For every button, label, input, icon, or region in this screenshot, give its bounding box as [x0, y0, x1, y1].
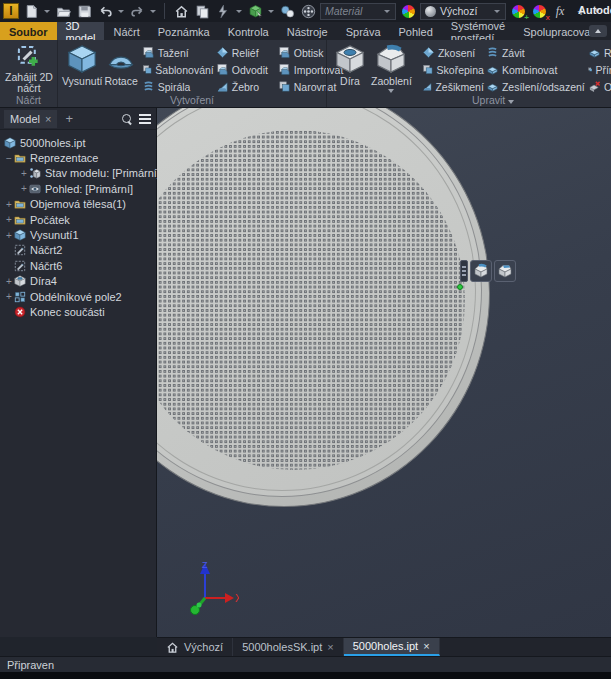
redo-icon[interactable]: [128, 2, 146, 20]
home-view-icon[interactable]: [172, 2, 190, 20]
tab-kontrola[interactable]: Kontrola: [219, 22, 278, 40]
tab-3d-model[interactable]: 3D model: [57, 22, 105, 40]
inventor-window: I Materiál Výchozí + x fx + Auto: [0, 0, 611, 679]
extrude-button[interactable]: Vysunutí: [62, 44, 102, 95]
new-file-dropdown-icon[interactable]: [44, 10, 50, 13]
tab-soubor[interactable]: Soubor: [0, 22, 57, 40]
expand-toggle[interactable]: +: [4, 230, 14, 241]
draft-button[interactable]: Zešikmení: [422, 79, 484, 94]
coil-button[interactable]: Spirála: [142, 79, 214, 94]
close-tab-icon[interactable]: ×: [327, 641, 333, 653]
extrude-feature-icon: [14, 229, 26, 241]
sweep-button[interactable]: Tažení: [142, 45, 214, 60]
tree-item-pohled[interactable]: +Pohled: [Primární]: [0, 181, 156, 196]
group-label-upravit[interactable]: Upravit: [327, 94, 611, 106]
expand-toggle[interactable]: +: [4, 199, 14, 210]
expand-toggle[interactable]: +: [4, 276, 14, 287]
browser-menu-icon[interactable]: [139, 114, 151, 116]
fillet-button[interactable]: Zaoblení: [371, 44, 412, 95]
doc-tab-5000holessk[interactable]: 5000holesSK.ipt ×: [233, 638, 344, 656]
chamfer-button[interactable]: Zkosení: [422, 45, 484, 60]
split-button[interactable]: Rozdělit: [588, 45, 611, 60]
end-of-part-icon: [14, 306, 26, 318]
undo-dropdown-icon[interactable]: [118, 10, 124, 13]
tab-poznamka[interactable]: Poznámka: [149, 22, 219, 40]
rib-button[interactable]: Žebro: [216, 79, 276, 94]
hole-button[interactable]: Díra: [335, 44, 365, 95]
select-icon[interactable]: [246, 2, 264, 20]
direct-edit-button[interactable]: Přímé úpravy: [588, 62, 611, 77]
loft-button[interactable]: Šablonování: [142, 62, 214, 77]
thicken-offset-button[interactable]: Zesílení/odsazení: [486, 79, 586, 94]
selected-edge-point[interactable]: [457, 284, 463, 290]
tree-item-dira4[interactable]: +Díra4: [0, 274, 156, 289]
mini-fillet-button[interactable]: [470, 260, 492, 282]
revolve-button[interactable]: Rotace: [104, 44, 137, 95]
browser-tab-close-icon[interactable]: ×: [45, 113, 51, 125]
redo-dropdown-icon[interactable]: [150, 10, 156, 13]
combine-button[interactable]: Kombinovat: [486, 62, 586, 77]
fillet-dropdown-caret-icon[interactable]: [388, 89, 394, 93]
appearance-dropdown[interactable]: Výchozí: [420, 3, 506, 20]
browser-tab-model[interactable]: Model ×: [4, 110, 57, 128]
save-icon[interactable]: [75, 2, 93, 20]
copy-icon[interactable]: [193, 2, 211, 20]
mini-toolbar-grip[interactable]: [460, 260, 468, 282]
component-spheres-icon[interactable]: [278, 2, 296, 20]
parameters-fx-icon[interactable]: fx: [551, 2, 569, 20]
collapse-toggle[interactable]: −: [4, 153, 14, 164]
tab-sprava[interactable]: Správa: [337, 22, 390, 40]
expand-toggle[interactable]: +: [19, 168, 29, 179]
browser-search-icon[interactable]: [122, 114, 132, 124]
tree-item-nacrt6[interactable]: Náčrt6: [0, 258, 156, 273]
tree-item-konec-soucasti[interactable]: Konec součásti: [0, 304, 156, 319]
material-browser-icon[interactable]: [299, 2, 317, 20]
tree-item-pocatek[interactable]: +Počátek: [0, 212, 156, 227]
tree-item-part-root[interactable]: 5000holes.ipt: [0, 135, 156, 150]
thread-button[interactable]: Závit: [486, 45, 586, 60]
delete-button[interactable]: Odstranit: [588, 79, 611, 94]
emboss-icon: [216, 46, 229, 59]
tree-item-nacrt2[interactable]: Náčrt2: [0, 243, 156, 258]
start-2d-sketch-button[interactable]: Zahájit 2D náčrt: [5, 44, 53, 94]
adjust-appearance-icon[interactable]: +: [509, 2, 527, 20]
clear-appearance-icon[interactable]: x: [530, 2, 548, 20]
expand-toggle[interactable]: +: [19, 183, 29, 194]
ribbon-collapse-icon[interactable]: [589, 25, 607, 37]
tree-item-objemova-telesa[interactable]: +Objemová tělesa(1): [0, 197, 156, 212]
appearance-sphere-icon: [425, 6, 436, 17]
tab-nacrt[interactable]: Náčrt: [104, 22, 148, 40]
update-icon[interactable]: [214, 2, 232, 20]
undo-icon[interactable]: [96, 2, 114, 20]
update-dropdown-icon[interactable]: [236, 10, 242, 13]
tree-item-stav-modelu[interactable]: +Stav modelu: [Primární]: [0, 166, 156, 181]
expand-toggle[interactable]: +: [4, 291, 14, 302]
viewport-3d[interactable]: Z X: [157, 108, 611, 637]
appearance-wheel-icon[interactable]: [399, 2, 417, 20]
doc-tab-vychozi[interactable]: Výchozí: [157, 638, 233, 656]
tab-systemove-prostredi[interactable]: Systémové prostředí: [442, 22, 514, 40]
mini-chamfer-button[interactable]: [494, 260, 516, 282]
account-label[interactable]: Autodesk: [578, 4, 611, 16]
tree-item-vysunuti1[interactable]: +Vysunutí1: [0, 227, 156, 242]
select-dropdown-icon[interactable]: [268, 10, 274, 13]
group-label-vytvoreni[interactable]: Vytvoření: [58, 94, 326, 106]
expand-toggle[interactable]: +: [4, 214, 14, 225]
open-file-icon[interactable]: [54, 2, 72, 20]
derive-button[interactable]: Odvodit: [216, 62, 276, 77]
representations-folder-icon: [14, 152, 26, 164]
inventor-logo[interactable]: I: [3, 3, 19, 19]
tab-nastroje[interactable]: Nástroje: [278, 22, 337, 40]
doc-tab-5000holes[interactable]: 5000holes.ipt ×: [344, 638, 440, 656]
emboss-button[interactable]: Reliéf: [216, 45, 276, 60]
tab-pohled[interactable]: Pohled: [390, 22, 442, 40]
tree-item-reprezentace[interactable]: −Reprezentace: [0, 150, 156, 165]
new-file-icon[interactable]: [22, 2, 40, 20]
browser-add-tab-icon[interactable]: +: [65, 111, 73, 126]
tree-item-obdelnikove-pole2[interactable]: +Obdélníkové pole2: [0, 289, 156, 304]
group-label-nacrt[interactable]: Náčrt: [0, 94, 57, 106]
ribbon-tab-bar: Soubor 3D model Náčrt Poznámka Kontrola …: [0, 22, 611, 40]
close-tab-icon[interactable]: ×: [423, 640, 429, 652]
shell-button[interactable]: Skořepina: [422, 62, 484, 77]
material-dropdown[interactable]: Materiál: [320, 3, 396, 20]
